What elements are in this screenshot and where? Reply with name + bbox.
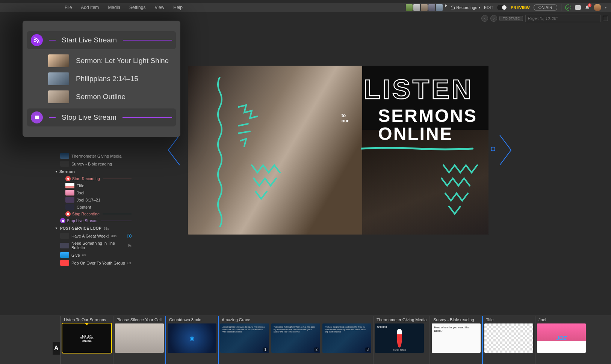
cue-label: Stop Live Stream [62, 113, 116, 122]
chat-icon[interactable] [575, 5, 581, 10]
section-header-post-service[interactable]: ▼ POST-SERVICE LOOP 51s [55, 224, 132, 232]
broadcast-icon [31, 34, 43, 46]
slide-thumbnail[interactable]: Amazing grace how sweet the sound That s… [220, 323, 269, 353]
cue-label: Stop Recording [72, 212, 100, 216]
item-label: Title [77, 184, 84, 188]
cue-stop-recording[interactable]: Stop Recording [65, 211, 132, 217]
item-label: Sermon Outline [76, 93, 126, 101]
edit-preview-toggle[interactable] [497, 5, 507, 10]
item-thumbnail [60, 260, 69, 266]
stop-live-stream-cue[interactable]: Stop Live Stream [27, 108, 176, 126]
joel-text: JOE [556, 335, 567, 341]
thermo-amount: $80,000 [377, 326, 387, 328]
slide-thumbnail[interactable]: The Lord has promised good to me His Wor… [322, 323, 371, 353]
sidebar-item[interactable]: Survey - Bible reading [60, 160, 132, 168]
sidebar-item[interactable]: Need Something In The Bulletin 9s [60, 240, 132, 251]
slide-thumbnail[interactable]: Twas grace that taught my heart to fear … [271, 323, 320, 353]
item-label: Give [71, 253, 80, 257]
stop-icon [65, 211, 71, 217]
start-live-stream-cue[interactable]: Start Live Stream [27, 31, 176, 49]
overlay-item[interactable]: Sermon: Let Your Light Shine [48, 54, 172, 67]
slide-thumbnail[interactable]: LISTENSERMONSONLINE [62, 323, 111, 353]
user-avatar[interactable] [594, 4, 601, 11]
filmstrip-group: Survey - Bible reading How often do you … [430, 316, 482, 364]
stage-toolbar: ‹ › TO STAGE [481, 14, 608, 23]
overlay-item[interactable]: Sermon Outline [48, 90, 172, 103]
menu-add-item[interactable]: Add Item [77, 4, 103, 11]
item-thumbnail [60, 252, 69, 258]
sidebar-item[interactable]: Have A Great Week! 30s [60, 232, 132, 240]
fullscreen-icon[interactable] [603, 16, 608, 21]
section-label: Sermon [59, 169, 75, 174]
record-icon [65, 176, 71, 181]
menu-help[interactable]: Help [169, 4, 186, 11]
slide-filmstrip: A Listen To Our Sermons LISTENSERMONSONL… [0, 315, 611, 364]
sidebar-item[interactable]: Title [65, 182, 132, 189]
item-label: Need Something In The Bulletin [71, 241, 126, 250]
item-thumbnail [60, 233, 69, 239]
item-duration: 6s [127, 261, 131, 265]
item-thumbnail [48, 90, 69, 103]
cue-label: Start Recording [72, 177, 100, 181]
slide-thumbnail[interactable]: JOE [537, 323, 586, 353]
group-label: Countdown 3 min [168, 316, 216, 323]
sync-ok-icon[interactable] [565, 5, 571, 11]
to-stage-button[interactable]: TO STAGE [499, 16, 523, 21]
stage-prev-button[interactable] [165, 131, 183, 169]
section-label: POST-SERVICE LOOP [60, 226, 101, 230]
avatar [436, 4, 443, 11]
item-duration: 30s [111, 234, 116, 238]
slide-thumbnail[interactable] [115, 323, 164, 353]
menu-file[interactable]: File [61, 4, 76, 11]
stop-icon [60, 218, 65, 223]
cue-rule [49, 117, 56, 118]
item-duration: 9s [128, 244, 132, 247]
item-thumbnail [48, 54, 69, 67]
stage-preview[interactable]: LISTEN toour SERMONSONLINE [188, 66, 488, 235]
sidebar-item[interactable]: Give 6s [60, 251, 132, 259]
cue-stop-live-stream[interactable]: Stop Live Stream [60, 217, 132, 224]
cue-label: Start Live Stream [62, 36, 117, 44]
sidebar-item[interactable]: Thermometer Giving Media [60, 152, 132, 160]
recordings-dropdown[interactable]: Recordings ▾ [451, 5, 480, 10]
slide-to-our: toour [342, 113, 349, 124]
menu-settings[interactable]: Settings [126, 4, 149, 11]
item-label: Thermometer Giving Media [71, 154, 121, 158]
group-label: Survey - Bible reading [432, 316, 481, 323]
slide-thumbnail[interactable] [484, 323, 533, 353]
sidebar-item[interactable]: Joel 3:17–21 [65, 196, 132, 203]
sidebar-item[interactable]: Content [65, 203, 132, 211]
onair-button[interactable]: ON AIR [534, 4, 557, 11]
recordings-label: Recordings [456, 5, 477, 10]
slide-thumbnail[interactable]: $80,000 FUND TITLE [375, 323, 424, 353]
filmstrip-group: Please Silence Your Cell [113, 316, 165, 364]
next-button[interactable]: › [490, 15, 497, 22]
slide-thumbnail[interactable] [168, 323, 216, 353]
notifications-icon[interactable]: 1 [585, 5, 590, 10]
edit-label: EDIT [484, 5, 493, 10]
preview-label: PREVIEW [511, 5, 530, 10]
group-label: Thermometer Giving Media [375, 316, 428, 323]
group-label: Please Silence Your Cell [115, 316, 164, 323]
presence-avatars[interactable] [406, 4, 447, 11]
sidebar-item[interactable]: Joel [65, 189, 132, 196]
stop-icon [31, 111, 43, 123]
cue-start-recording[interactable]: Start Recording [65, 175, 132, 182]
live-stream-overlay: Start Live Stream Sermon: Let Your Light… [23, 21, 180, 137]
slide-title-2: SERMONSONLINE [378, 107, 477, 143]
filmstrip-group: Joel JOE [535, 316, 587, 364]
menu-media[interactable]: Media [104, 4, 124, 11]
section-header-sermon[interactable]: Sermon [55, 168, 132, 175]
cue-rule [49, 40, 56, 41]
slide-thumbnail[interactable]: How often do you read the Bible? [432, 323, 481, 353]
cue-rule [123, 40, 172, 41]
prev-button[interactable]: ‹ [481, 15, 488, 22]
stage-next-button[interactable] [496, 131, 515, 169]
menu-view[interactable]: View [151, 4, 168, 11]
overlay-item[interactable]: Philippians 2:14–15 [48, 72, 172, 85]
sidebar-item[interactable]: Pop On Over To Youth Group 6s [60, 259, 132, 267]
cue-label: Stop Live Stream [67, 219, 98, 223]
item-label: Philippians 2:14–15 [76, 75, 138, 83]
pager-input[interactable] [525, 15, 600, 22]
item-thumbnail [65, 183, 74, 188]
